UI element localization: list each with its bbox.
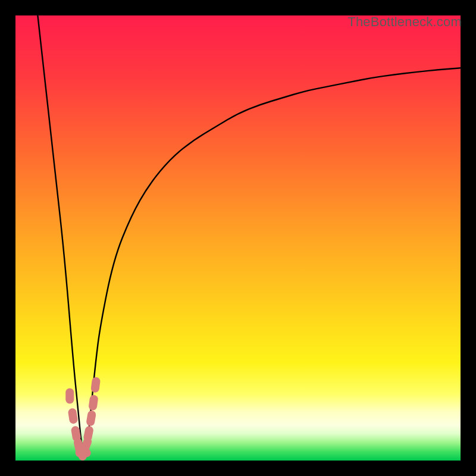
gradient-background <box>15 15 461 461</box>
bottleneck-chart <box>15 15 461 461</box>
watermark-text: TheBottleneck.com <box>347 14 462 30</box>
chart-frame: TheBottleneck.com <box>0 0 476 476</box>
trough-marker <box>65 389 74 404</box>
chart-plot-area <box>15 15 461 461</box>
